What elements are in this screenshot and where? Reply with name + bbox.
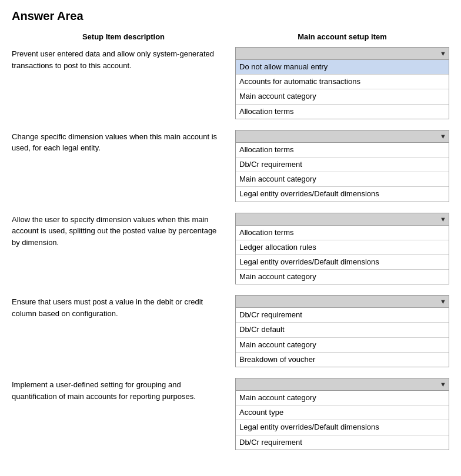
question-block-3: Allow the user to specify dimension valu…: [12, 213, 449, 285]
option-item-5-1[interactable]: Main account category: [236, 391, 449, 405]
column-headers: Setup Item description Main account setu…: [12, 32, 449, 41]
question-text-4: Ensure that users must post a value in t…: [12, 295, 235, 319]
option-item-3-4[interactable]: Main account category: [236, 270, 449, 284]
dropdown-header-2[interactable]: ▼: [235, 130, 449, 143]
option-item-2-1[interactable]: Allocation terms: [236, 143, 449, 157]
dropdown-area-3: ▼Allocation termsLedger allocation rules…: [235, 213, 449, 285]
option-list-3: Allocation termsLedger allocation rulesL…: [235, 226, 449, 285]
option-item-1-1[interactable]: Do not allow manual entry: [236, 60, 449, 75]
option-item-3-1[interactable]: Allocation terms: [236, 226, 449, 240]
option-list-4: Db/Cr requirementDb/Cr defaultMain accou…: [235, 308, 449, 367]
option-item-2-2[interactable]: Db/Cr requirement: [236, 157, 449, 172]
chevron-down-icon-2: ▼: [440, 133, 446, 140]
chevron-down-icon-5: ▼: [440, 381, 446, 388]
option-item-4-3[interactable]: Main account category: [236, 338, 449, 353]
option-item-5-3[interactable]: Legal entity overrides/Default dimension…: [236, 420, 449, 435]
option-item-1-2[interactable]: Accounts for automatic transactions: [236, 75, 449, 89]
dropdown-area-1: ▼Do not allow manual entryAccounts for a…: [235, 47, 449, 119]
dropdown-header-4[interactable]: ▼: [235, 295, 449, 308]
dropdown-header-5[interactable]: ▼: [235, 378, 449, 391]
question-block-5: Implement a user-defined setting for gro…: [12, 378, 449, 450]
option-item-4-2[interactable]: Db/Cr default: [236, 323, 449, 337]
option-item-5-2[interactable]: Account type: [236, 405, 449, 420]
option-item-5-4[interactable]: Db/Cr requirement: [236, 435, 449, 450]
option-item-3-3[interactable]: Legal entity overrides/Default dimension…: [236, 255, 449, 270]
option-list-5: Main account categoryAccount typeLegal e…: [235, 391, 449, 450]
right-column-header: Main account setup item: [235, 32, 449, 41]
dropdown-area-4: ▼Db/Cr requirementDb/Cr defaultMain acco…: [235, 295, 449, 367]
question-block-2: Change specific dimension values when th…: [12, 130, 449, 202]
page-title: Answer Area: [12, 9, 449, 23]
option-item-4-4[interactable]: Breakdown of voucher: [236, 353, 449, 367]
left-column-header: Setup Item description: [12, 32, 235, 41]
questions-container: Prevent user entered data and allow only…: [12, 47, 449, 450]
option-item-1-3[interactable]: Main account category: [236, 89, 449, 104]
dropdown-area-5: ▼Main account categoryAccount typeLegal …: [235, 378, 449, 450]
option-list-2: Allocation termsDb/Cr requirementMain ac…: [235, 143, 449, 202]
question-text-3: Allow the user to specify dimension valu…: [12, 213, 235, 249]
option-item-2-3[interactable]: Main account category: [236, 172, 449, 187]
chevron-down-icon-4: ▼: [440, 298, 446, 305]
dropdown-area-2: ▼Allocation termsDb/Cr requirementMain a…: [235, 130, 449, 202]
question-block-4: Ensure that users must post a value in t…: [12, 295, 449, 367]
question-text-2: Change specific dimension values when th…: [12, 130, 235, 154]
dropdown-header-1[interactable]: ▼: [235, 47, 449, 60]
chevron-down-icon-3: ▼: [440, 216, 446, 223]
option-item-1-4[interactable]: Allocation terms: [236, 105, 449, 119]
chevron-down-icon-1: ▼: [440, 50, 446, 57]
answer-area: Setup Item description Main account setu…: [12, 32, 449, 450]
dropdown-header-3[interactable]: ▼: [235, 213, 449, 226]
option-item-3-2[interactable]: Ledger allocation rules: [236, 240, 449, 255]
question-text-5: Implement a user-defined setting for gro…: [12, 378, 235, 402]
option-list-1: Do not allow manual entryAccounts for au…: [235, 60, 449, 119]
question-block-1: Prevent user entered data and allow only…: [12, 47, 449, 119]
question-text-1: Prevent user entered data and allow only…: [12, 47, 235, 71]
option-item-2-4[interactable]: Legal entity overrides/Default dimension…: [236, 187, 449, 201]
option-item-4-1[interactable]: Db/Cr requirement: [236, 308, 449, 323]
